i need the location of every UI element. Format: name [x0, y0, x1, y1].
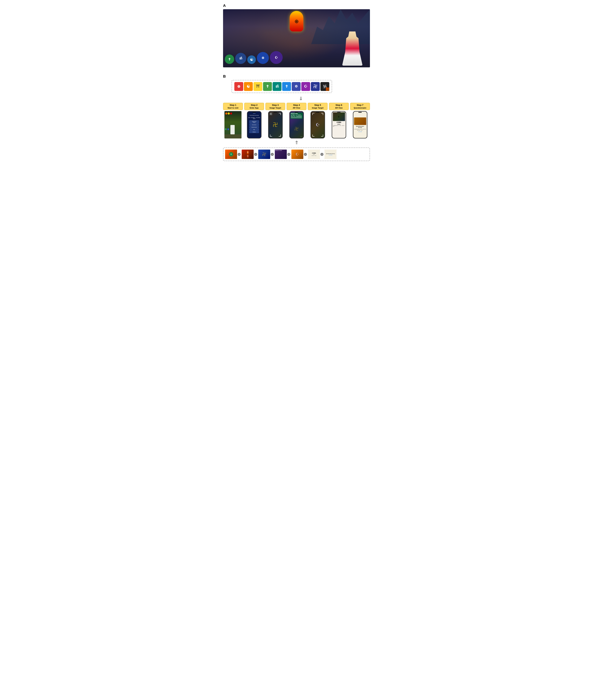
icon-torii: ⛩ — [253, 82, 262, 91]
lantern-circles: ✝ ॐ ☯ ✡ ☪ — [225, 51, 283, 64]
step-6-phone: ☪ 伊斯蘭教 Islam 伊斯蘭教是世界第二大宗教，信仰真主阿拉... — [332, 111, 346, 139]
app-logo: ⚙⚙⚙ — [253, 113, 255, 114]
step-5-desc: Image Target — [309, 107, 326, 109]
step-4-screen: 穆斯林頭巾的祕密 在伊斯蘭教中，Hijab 就是遮蓋頭巾，穿戴「穆斯林」頭巾，其… — [290, 112, 303, 138]
step-5-screen: ☪ — [311, 112, 324, 138]
ar-overlay-card: 穆斯林頭巾的祕密 在伊斯蘭教中，Hijab 就是遮蓋頭巾，穿戴「穆斯林」頭巾，其… — [290, 112, 303, 119]
app-subtitle-text: 祈整一堂守護臺北，百年置華漫遊城市 — [248, 117, 260, 119]
icon-shinto: ⊕ — [234, 82, 243, 91]
step-3-phone: 卍 ⊕ — [268, 111, 283, 139]
step-4-phone: 穆斯林頭巾的祕密 在伊斯蘭教中，Hijab 就是遮蓋頭巾，穿戴「穆斯林」頭巾，其… — [289, 111, 304, 139]
step-2-label: Step 2 Enter App — [244, 103, 264, 110]
step-6-screen: ☪ 伊斯蘭教 Islam 伊斯蘭教是世界第二大宗教，信仰真主阿拉... — [332, 112, 346, 138]
questionnaire-top-img — [354, 117, 366, 125]
step1-human-figure — [230, 125, 235, 134]
step-6-desc: AR View — [330, 107, 347, 109]
step6-top-image: ☪ — [333, 112, 345, 121]
vuforia-brand: vuforia — [300, 136, 302, 137]
icon-star-david: ✡ — [292, 82, 301, 91]
step-7-phone: Questionnaire Survey 如果您願意填寫下列問卷，我們非常感謝您… — [353, 111, 367, 139]
islam-title-cn: 伊斯蘭教 — [337, 121, 341, 123]
step-3-item: Step 3 Image Target 卍 — [266, 103, 285, 139]
questionnaire-sub-text: 如果您願意填寫下列問卷，我們非常感謝您的協助。謝謝！ — [354, 129, 366, 131]
strip-item-3: 卍 → — [258, 150, 274, 159]
phone-notch-5 — [316, 112, 319, 113]
strip-thumb-3: 卍 — [258, 150, 270, 159]
main-photo: ✝ ॐ ☯ ✡ ☪ ⊕ — [223, 9, 370, 67]
phone-notch-7 — [358, 112, 362, 113]
strip-item-1: ✝ → — [225, 150, 241, 159]
step-1-item: Step 1 Start to visit ✝ ✡ — [223, 103, 243, 139]
step-4-label: Step 4 AR View — [287, 103, 306, 110]
icon-taoism: ☯ — [244, 82, 253, 91]
step1-symbols-mini: ✝ ✡ — [225, 128, 229, 130]
step-5-label: Step 5 Image Target — [308, 103, 327, 110]
ar-crescent-screen: ☪ — [311, 112, 324, 138]
app-title-text: TOGETHER WE GROW — [249, 115, 259, 116]
section-a: A ✝ ॐ ☯ ✡ ☪ ⊕ — [223, 3, 370, 67]
arrow-up: ⇑ — [223, 140, 370, 145]
phone-notch-4 — [295, 112, 298, 113]
app-btn-website[interactable]: Website — [249, 131, 259, 133]
ar-corner-tr-5 — [321, 113, 323, 115]
circle-crescent: ☪ — [270, 51, 283, 64]
strip-arrow-6: → — [320, 153, 323, 156]
strip-item-7: Questionnaire Survey Google 表單 — [324, 150, 337, 159]
step-2-desc: Enter App — [246, 107, 263, 109]
step-2-item: Step 2 Enter App ⚙⚙⚙ TOGETHER WE GROW 祈整… — [244, 103, 264, 139]
step-1-number: Step 1 — [225, 104, 241, 107]
strip-thumb-4: 穆斯林頭巾的祕密 — [275, 150, 287, 159]
step-5-item: Step 5 Image Target ☪ — [308, 103, 327, 139]
icon-crescent: ☪ — [301, 82, 310, 91]
islam-title-en: Islam — [337, 123, 341, 125]
app-btn-instructions[interactable]: Instructions — [249, 124, 259, 126]
strip-item-6: 伊斯蘭教 Islam 世界第二大宗教 → — [308, 150, 323, 159]
icon-swastika-right: 卐 — [320, 82, 329, 91]
strip-item-4: 穆斯林頭巾的祕密 → — [275, 150, 290, 159]
step-7-label: Step 7 Questionnaire — [350, 103, 370, 110]
strip-arrow-2: → — [254, 153, 257, 156]
step-3-label: Step 3 Image Target — [266, 103, 285, 110]
step-6-item: Step 6 AR View ☪ 伊斯蘭教 Islam 伊斯蘭教是世界第二大宗教… — [329, 103, 349, 139]
strip-arrow-3: → — [271, 153, 274, 156]
step-7-screen: Questionnaire Survey 如果您願意填寫下列問卷，我們非常感謝您… — [353, 112, 367, 138]
app-screen: ⚙⚙⚙ TOGETHER WE GROW 祈整一堂守護臺北，百年置華漫遊城市 A… — [247, 112, 261, 138]
strip-thumb-2: 神 明 — [242, 150, 253, 159]
step-4-item: Step 4 AR View 穆斯林頭巾的祕密 在伊斯蘭教中，Hijab 就是遮… — [287, 103, 306, 139]
bottom-strip: ✝ → 神 明 → 卍 → — [225, 150, 368, 159]
icon-cross: ✝ — [263, 82, 272, 91]
step-5-number: Step 5 — [309, 104, 326, 107]
strip-thumb-5: ☪ — [291, 150, 303, 159]
strip-thumb-7: Questionnaire Survey Google 表單 — [324, 150, 337, 159]
app-btn-questionnaire[interactable]: Questionnaire — [249, 126, 259, 128]
step-7-item: Step 7 Questionnaire Questionnaire Surve… — [350, 103, 370, 139]
strip-arrow-5: → — [304, 153, 307, 156]
ar-corner-bl — [270, 135, 272, 137]
step1-lanterns-mini — [225, 112, 232, 114]
center-lantern-figure: ⊕ — [290, 11, 303, 32]
strip-arrow-1: → — [238, 153, 241, 156]
step-7-number: Step 7 — [352, 104, 368, 107]
phone-notch-6 — [337, 112, 341, 113]
circle-yin-yang: ☯ — [247, 56, 256, 64]
section-b-label: B — [223, 74, 370, 79]
circle-star-david: ✡ — [257, 52, 269, 64]
strip-item-5: ☪ → — [291, 150, 307, 159]
google-form-link[interactable]: Google 表單 — [358, 131, 362, 132]
step-1-image: ✝ ✡ — [225, 111, 241, 139]
step-2-screen: ⚙⚙⚙ TOGETHER WE GROW 祈整一堂守護臺北，百年置華漫遊城市 A… — [247, 112, 261, 138]
crescent-large: ☪ — [316, 122, 320, 127]
app-btn-ar[interactable]: Augmented Reality — [249, 120, 259, 123]
step-3-desc: Image Target — [267, 107, 284, 109]
strip-arrow-4: → — [287, 153, 290, 156]
step-1-label: Step 1 Start to visit — [223, 103, 243, 110]
app-btn-map[interactable]: Map — [249, 128, 259, 131]
circle-cross: ✝ — [225, 54, 234, 64]
swastika-large: 卍 — [273, 121, 278, 128]
step-6-label: Step 6 AR View — [329, 103, 349, 110]
step-7-desc: Questionnaire — [352, 107, 368, 109]
section-b: B ⊕ ☯ ⛩ ✝ ॐ ✝ ✡ ☪ 卍 卐 ⇓ Step 1 Start to … — [223, 74, 370, 161]
ar-bg-swastika: 卍 — [294, 126, 299, 132]
phone-notch-2 — [252, 112, 256, 113]
strip-thumb-1: ✝ — [225, 150, 237, 159]
